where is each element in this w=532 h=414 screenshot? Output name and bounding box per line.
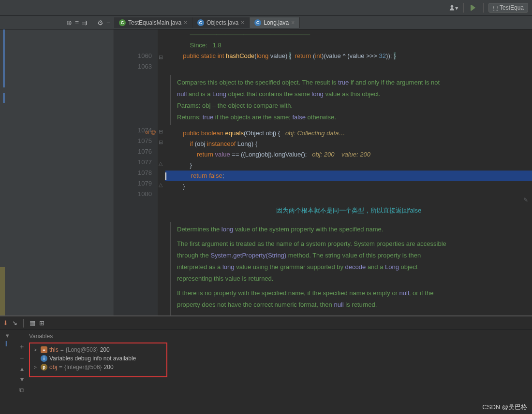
tab-label: Long.java	[264, 19, 289, 26]
caret	[165, 172, 166, 180]
field-icon: ≡	[41, 346, 47, 353]
tab-testequalsmain[interactable]: CTestEqualsMain.java×	[114, 17, 192, 28]
copy-icon[interactable]: ⧉	[19, 386, 24, 394]
variable-row[interactable]: > ≡ this = {Long@503} 200	[34, 345, 163, 354]
user-icon[interactable]: ▾	[449, 3, 458, 13]
marker-icon: ▌	[6, 341, 9, 346]
down-icon[interactable]: ▾	[20, 375, 24, 383]
fold-icon[interactable]: ⊟	[159, 52, 163, 62]
annotation-comment: 因为两个根本就不是同一个类型，所以直接返回false	[165, 202, 532, 219]
remove-icon[interactable]: −	[20, 354, 24, 362]
table-icon[interactable]: ▦	[30, 319, 35, 327]
chevron-right-icon[interactable]: >	[34, 347, 39, 353]
line-marker	[3, 29, 5, 87]
fold-icon[interactable]: ⊟	[159, 137, 163, 147]
close-icon[interactable]: ×	[241, 19, 244, 26]
variables-header: Variables	[29, 332, 532, 343]
separator	[483, 3, 484, 13]
minimize-icon[interactable]: −	[106, 19, 110, 27]
debug-leftbar: ▾ ▌	[0, 330, 15, 414]
class-icon: C	[197, 19, 204, 26]
line-marker	[3, 93, 5, 103]
main-split: Since: 1.8 1060 1063 1074 1075 1076 1077…	[0, 29, 532, 315]
main-toolbar: ▾ ⬚ TestEqua	[0, 0, 532, 16]
svg-rect-0	[471, 5, 472, 11]
run-config-dropdown[interactable]: ⬚ TestEqua	[488, 3, 528, 13]
structure-panel	[0, 29, 114, 315]
up-icon[interactable]: ▴	[20, 365, 24, 372]
variables-content: Variables > ≡ this = {Long@503} 200 i Va…	[29, 330, 532, 414]
frames-icon[interactable]: ⬇	[3, 319, 8, 327]
class-icon: C	[254, 19, 261, 26]
fold-icon[interactable]: △	[159, 158, 163, 169]
variables-view: ▾ ▌ ＋ − ▴ ▾ ⧉ Variables > ≡ this = {Long…	[0, 330, 532, 414]
variable-row[interactable]: > p obj = {Integer@506} 200	[34, 363, 163, 371]
grid-icon[interactable]: ⊞	[39, 319, 44, 327]
code-editor[interactable]: Since: 1.8 1060 1063 1074 1075 1076 1077…	[114, 29, 532, 315]
separator	[463, 3, 464, 13]
class-icon: C	[119, 19, 126, 26]
step-icon[interactable]: ↘	[12, 319, 17, 327]
debug-leftbar2: ＋ − ▴ ▾ ⧉	[15, 330, 29, 414]
info-icon: i	[41, 355, 47, 362]
tab-label: TestEqualsMain.java	[128, 19, 181, 26]
chevron-down-icon[interactable]: ▾	[6, 332, 9, 339]
close-icon[interactable]: ×	[184, 19, 187, 26]
fold-icon[interactable]: △	[159, 179, 163, 190]
collapse-icon[interactable]: ≡	[75, 19, 79, 27]
fold-icon[interactable]: ⊟	[159, 126, 163, 137]
editor-left-tools: ⊕ ≡ ⇉ ⚙ −	[0, 19, 114, 27]
param-icon: p	[41, 364, 47, 371]
target-icon[interactable]: ⊕	[66, 19, 72, 27]
build-icon[interactable]	[469, 3, 478, 13]
edit-marker-icon: ✎	[523, 195, 528, 205]
add-icon[interactable]: ＋	[18, 343, 25, 351]
fold-column: ⊟ ⊟ ⊟ △ △	[158, 29, 165, 315]
expand-icon[interactable]: ⇉	[82, 19, 88, 27]
close-icon[interactable]: ×	[291, 19, 295, 26]
gutter-marks: oi @	[145, 29, 158, 315]
code-area[interactable]: ─────────────────────────── Since: 1.8 p…	[165, 29, 532, 315]
debug-panel: ⬇ ↘ ▦ ⊞ ▾ ▌ ＋ − ▴ ▾ ⧉ Variables > ≡ this…	[0, 315, 532, 414]
gear-icon[interactable]: ⚙	[97, 19, 103, 27]
debug-toolbar: ⬇ ↘ ▦ ⊞	[0, 316, 532, 330]
tab-label: Objects.java	[207, 19, 238, 26]
override-icon[interactable]: oi @	[145, 127, 156, 137]
chevron-right-icon[interactable]: >	[34, 365, 39, 370]
variable-info-row: i Variables debug info not available	[34, 354, 163, 363]
tab-objects[interactable]: CObjects.java×	[192, 17, 250, 28]
tab-row: ⊕ ≡ ⇉ ⚙ − CTestEqualsMain.java× CObjects…	[0, 16, 532, 29]
highlight-box: > ≡ this = {Long@503} 200 i Variables de…	[29, 343, 167, 377]
watermark: CSDN @吴巴格	[482, 403, 527, 412]
separator	[23, 319, 24, 328]
tab-long[interactable]: CLong.java×	[250, 17, 300, 28]
marker	[0, 267, 5, 315]
